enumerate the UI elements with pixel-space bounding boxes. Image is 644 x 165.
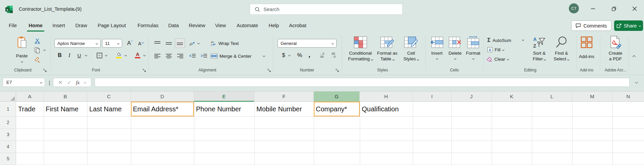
copy-button[interactable]	[33, 46, 42, 54]
cell-styles-button[interactable]: Cell Styles	[399, 34, 423, 68]
cell-H1[interactable]: Qualification	[360, 102, 413, 116]
clipboard-dialog-launcher[interactable]	[43, 68, 47, 72]
find-select-button[interactable]: Find & Select	[551, 34, 572, 68]
close-button[interactable]	[630, 4, 639, 13]
insert-function-icon[interactable]: fx	[76, 79, 80, 86]
orientation-button[interactable]: ab	[188, 39, 196, 48]
cell-A1[interactable]: Trade	[16, 102, 44, 116]
align-bottom-button[interactable]	[175, 38, 185, 48]
accounting-format-button[interactable]: $	[280, 51, 287, 60]
column-header-K[interactable]: K	[492, 92, 532, 102]
font-color-button[interactable]: A	[133, 51, 142, 60]
column-header-H[interactable]: H	[360, 92, 413, 102]
clear-button[interactable]: Clear	[487, 55, 517, 63]
row-header-5[interactable]: 5	[0, 153, 16, 165]
wrap-text-button[interactable]: ab c Wrap Text	[211, 39, 251, 48]
formula-bar-grip[interactable]	[49, 80, 50, 86]
comments-button[interactable]: Comments	[571, 20, 611, 31]
orientation-chevron-icon[interactable]	[197, 42, 200, 44]
tab-automate[interactable]: Automate	[237, 19, 258, 32]
column-header-M[interactable]: M	[572, 92, 612, 102]
tab-home[interactable]: Home	[29, 19, 43, 32]
accounting-chevron-icon[interactable]	[288, 54, 291, 56]
sort-filter-button[interactable]: A Z Sort & Filter	[529, 34, 550, 68]
column-header-N[interactable]: N	[612, 92, 644, 102]
format-painter-button[interactable]	[33, 56, 42, 64]
cell-C1[interactable]: Last Name	[87, 102, 131, 116]
delete-cells-button[interactable]: Delete	[446, 34, 464, 68]
decrease-indent-button[interactable]	[188, 52, 197, 60]
borders-button[interactable]	[95, 51, 104, 60]
cancel-entry-icon[interactable]: ✕	[58, 79, 63, 86]
fill-color-button[interactable]	[114, 51, 123, 60]
italic-button[interactable]: I	[66, 51, 73, 60]
tab-data[interactable]: Data	[168, 19, 179, 32]
increase-font-size-button[interactable]: A^	[125, 39, 135, 48]
cell-B1[interactable]: First Name	[44, 102, 87, 116]
confirm-entry-icon[interactable]: ✓	[67, 79, 71, 86]
minimize-button[interactable]	[588, 4, 598, 13]
column-header-G[interactable]: G	[314, 92, 360, 102]
merge-center-button[interactable]: Merge & Center	[211, 52, 264, 60]
expand-formula-bar-chevron-icon[interactable]	[635, 80, 638, 84]
row-header-4[interactable]: 4	[0, 141, 16, 153]
column-header-B[interactable]: B	[44, 92, 87, 102]
conditional-formatting-button[interactable]: Conditional Formatting	[346, 34, 375, 68]
tab-help[interactable]: Help	[269, 19, 279, 32]
format-cells-button[interactable]: Format	[464, 34, 482, 68]
column-header-L[interactable]: L	[532, 92, 572, 102]
column-header-J[interactable]: J	[451, 92, 492, 102]
underline-chevron-icon[interactable]	[85, 54, 87, 56]
column-header-F[interactable]: F	[254, 92, 314, 102]
bold-button[interactable]: B	[56, 51, 64, 60]
decrease-font-size-button[interactable]: A	[136, 40, 146, 48]
tab-review[interactable]: Review	[189, 19, 205, 32]
cell-G1[interactable]: Company*	[314, 102, 360, 116]
cell-E1[interactable]: Phone Number	[194, 102, 254, 116]
share-button[interactable]: Share	[614, 20, 643, 31]
autosum-button[interactable]: Σ AutoSum	[487, 36, 528, 44]
decrease-decimal-button[interactable]: ←0.00	[317, 51, 327, 60]
tab-view[interactable]: View	[215, 19, 226, 32]
row-header-3[interactable]: 3	[0, 128, 16, 141]
tab-file[interactable]: File	[9, 19, 17, 32]
align-top-button[interactable]	[153, 39, 162, 48]
create-pdf-button[interactable]: Create a PDF	[604, 34, 627, 68]
align-middle-button[interactable]	[164, 39, 174, 48]
paste-button[interactable]: Paste	[12, 34, 32, 68]
percent-style-button[interactable]: %	[295, 51, 304, 60]
row-header-2[interactable]: 2	[0, 116, 16, 128]
select-all-corner[interactable]	[0, 92, 16, 102]
tab-insert[interactable]: Insert	[52, 19, 65, 32]
cut-button[interactable]	[33, 37, 42, 45]
name-box[interactable]: E7	[3, 78, 45, 87]
borders-chevron-icon[interactable]	[105, 54, 107, 56]
column-header-A[interactable]: A	[16, 92, 44, 102]
column-header-C[interactable]: C	[87, 92, 131, 102]
tab-acrobat[interactable]: Acrobat	[289, 19, 306, 32]
cell-F1[interactable]: Mobile Number	[254, 102, 314, 116]
column-header-E[interactable]: E	[194, 92, 254, 102]
align-center-button[interactable]	[164, 52, 174, 60]
insert-function-chevron-icon[interactable]	[84, 81, 86, 84]
format-as-table-button[interactable]: Format as Table	[375, 34, 399, 68]
restore-button[interactable]	[609, 4, 618, 13]
number-dialog-launcher[interactable]	[335, 68, 339, 72]
insert-cells-button[interactable]: Insert	[428, 34, 446, 68]
increase-decimal-button[interactable]: .00→0	[328, 51, 338, 60]
font-color-chevron-icon[interactable]	[143, 54, 146, 56]
column-header-I[interactable]: I	[413, 92, 451, 102]
column-header-D[interactable]: D	[131, 92, 194, 102]
excel-app-icon[interactable]: x	[5, 6, 13, 13]
account-avatar[interactable]: CT	[569, 3, 579, 13]
comma-style-button[interactable]: ,	[306, 50, 313, 59]
underline-button[interactable]: U	[75, 51, 83, 60]
tab-formulas[interactable]: Formulas	[138, 19, 159, 32]
collapse-ribbon-chevron-icon[interactable]	[633, 55, 636, 59]
fill-button[interactable]: Fill	[487, 46, 514, 54]
row-header-1[interactable]: 1	[0, 102, 16, 116]
increase-indent-button[interactable]	[199, 52, 208, 60]
tab-draw[interactable]: Draw	[75, 19, 87, 32]
font-size-combobox[interactable]: 11	[102, 39, 122, 48]
tab-page-layout[interactable]: Page Layout	[98, 19, 126, 32]
